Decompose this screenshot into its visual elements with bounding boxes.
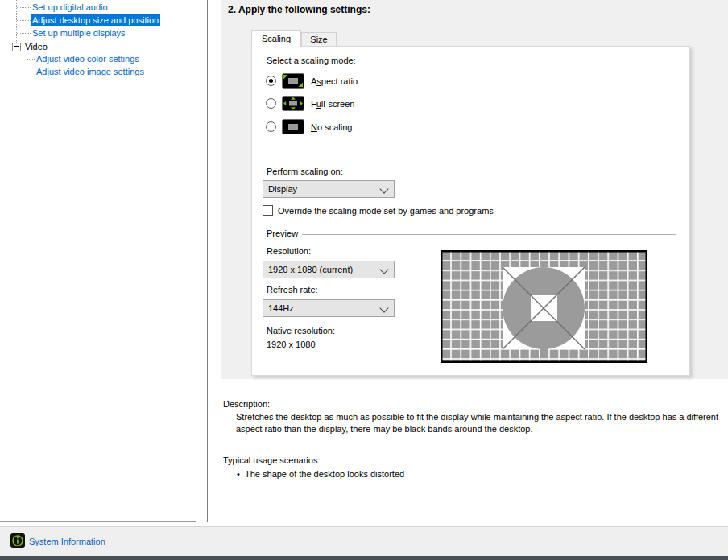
usage-bullet-item: The shape of the desktop looks distorted [237, 469, 404, 479]
full-screen-label[interactable]: Full-screen [311, 99, 354, 109]
tree-guide-line [27, 51, 27, 72]
perform-scaling-select[interactable]: Display [263, 180, 395, 198]
tree-item-set-up-digital-audio[interactable]: Set up digital audio [32, 1, 108, 14]
override-scaling-checkbox[interactable] [263, 205, 273, 216]
tree-connector [17, 7, 31, 8]
footer-bar: System Information [0, 526, 728, 556]
override-scaling-label[interactable]: Override the scaling mode set by games a… [278, 206, 494, 216]
no-scaling-label[interactable]: No scaling [311, 122, 352, 132]
tab-scaling[interactable]: Scaling [251, 30, 301, 47]
tree-item-adjust-desktop-size-and-position[interactable]: Adjust desktop size and position [31, 14, 160, 27]
apply-settings-section: 2. Apply the following settings: Scaling… [221, 0, 728, 379]
resolution-label: Resolution: [267, 246, 311, 256]
scaling-preview-test-pattern [441, 250, 647, 363]
aspect-ratio-radio[interactable] [266, 76, 276, 86]
radio-row-aspect-ratio[interactable]: Aspect ratio [266, 72, 358, 89]
chevron-down-icon [379, 303, 388, 312]
nvidia-control-panel-window: { "tree": { "items": [ {"label": "Set up… [0, 0, 728, 560]
perform-scaling-on-label: Perform scaling on: [267, 167, 343, 176]
aspect-ratio-label[interactable]: Aspect ratio [311, 76, 358, 86]
system-information-link[interactable]: System Information [29, 537, 105, 546]
tree-connector [17, 20, 31, 21]
video-expander-icon[interactable] [12, 43, 21, 51]
description-heading: Description: [223, 399, 270, 409]
tree-item-video-category[interactable]: Video [25, 40, 48, 53]
refresh-rate-label: Refresh rate: [267, 285, 318, 294]
native-resolution-label: Native resolution: [267, 326, 335, 336]
tree-connector [27, 59, 35, 60]
tree-item-adjust-video-color-settings[interactable]: Adjust video color settings [36, 52, 139, 65]
system-information-icon [10, 533, 25, 548]
full-screen-icon [282, 96, 304, 111]
scaling-tab-page: Select a scaling mode: Aspect ratio [251, 46, 690, 376]
tree-guide-line [16, 0, 17, 43]
full-screen-radio[interactable] [266, 98, 276, 109]
resolution-select[interactable]: 1920 x 1080 (current) [263, 261, 395, 278]
refresh-rate-select[interactable]: 144Hz [263, 299, 395, 317]
override-scaling-checkbox-row[interactable]: Override the scaling mode set by games a… [263, 205, 494, 216]
tree-item-set-up-multiple-displays[interactable]: Set up multiple displays [32, 27, 126, 39]
radio-row-full-screen[interactable]: Full-screen [266, 95, 354, 112]
tab-size[interactable]: Size [301, 32, 337, 46]
aspect-ratio-icon [282, 73, 304, 89]
description-body: Stretches the desktop as much as possibl… [236, 411, 718, 435]
usage-heading: Typical usage scenarios: [223, 455, 320, 465]
no-scaling-icon [282, 119, 304, 134]
tree-connector [17, 33, 31, 34]
taskbar-edge [0, 556, 728, 560]
chevron-down-icon [379, 265, 388, 274]
radio-row-no-scaling[interactable]: No scaling [266, 118, 352, 135]
content-pane: 2. Apply the following settings: Scaling… [208, 0, 728, 526]
no-scaling-radio[interactable] [266, 121, 276, 132]
preview-group-line [302, 234, 676, 235]
chevron-down-icon [379, 184, 388, 193]
bullet-icon [237, 469, 245, 479]
tree-item-adjust-video-image-settings[interactable]: Adjust video image settings [36, 65, 144, 78]
preview-group-label: Preview [267, 229, 298, 238]
native-resolution-value: 1920 x 1080 [267, 340, 316, 349]
navigation-tree-panel: Set up digital audio Adjust desktop size… [0, 0, 196, 522]
select-scaling-mode-label: Select a scaling mode: [267, 56, 356, 65]
tree-connector [27, 72, 35, 72]
section-title: 2. Apply the following settings: [228, 4, 370, 15]
